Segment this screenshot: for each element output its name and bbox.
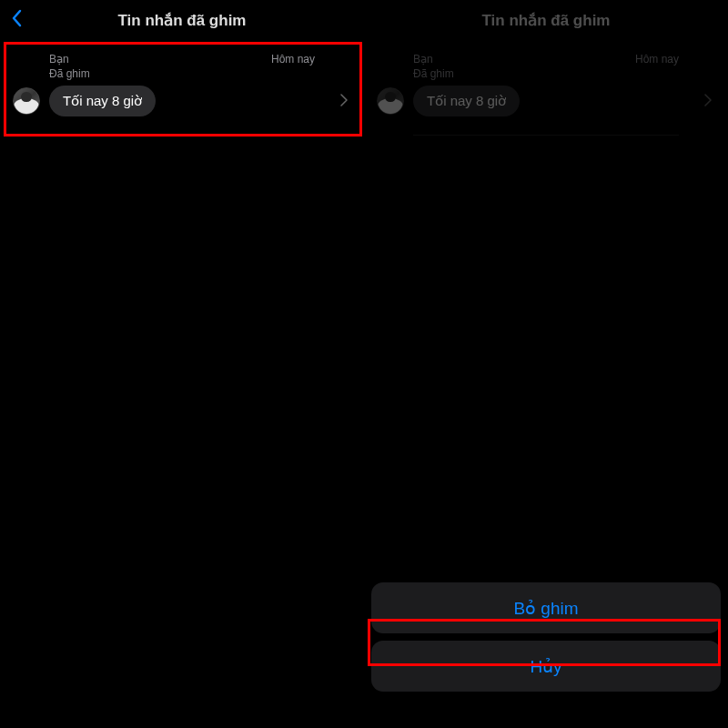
header: Tin nhắn đã ghim (0, 0, 364, 40)
pinned-message-content: Bạn Hôm nay Đã ghim Tối nay 8 giờ (364, 40, 728, 136)
message-bubble: Tối nay 8 giờ (413, 86, 520, 116)
sender-label: Bạn (49, 53, 69, 66)
page-title: Tin nhắn đã ghim (375, 11, 717, 30)
meta-row: Bạn Hôm nay (377, 53, 715, 67)
action-sheet: Bỏ ghim Hủy (371, 582, 721, 721)
header: Tin nhắn đã ghim (364, 0, 728, 40)
back-button[interactable] (11, 7, 22, 33)
chevron-left-icon (11, 9, 22, 27)
message-bubble: Tối nay 8 giờ (49, 86, 156, 116)
sender-label: Bạn (413, 53, 433, 66)
chevron-right-icon (340, 92, 351, 111)
pinned-message-row[interactable]: Tối nay 8 giờ (13, 86, 351, 116)
unpin-button[interactable]: Bỏ ghim (371, 582, 721, 633)
cancel-button[interactable]: Hủy (371, 641, 721, 692)
pinned-status-label: Đã ghim (377, 67, 715, 86)
divider (49, 135, 315, 136)
avatar (13, 87, 40, 115)
meta-row: Bạn Hôm nay (13, 53, 351, 67)
timestamp-label: Hôm nay (271, 53, 315, 66)
timestamp-label: Hôm nay (635, 53, 679, 66)
avatar (377, 87, 404, 115)
pinned-status-label: Đã ghim (13, 67, 351, 86)
chevron-right-icon (704, 92, 715, 111)
page-title: Tin nhắn đã ghim (11, 11, 353, 30)
pinned-message-content: Bạn Hôm nay Đã ghim Tối nay 8 giờ (0, 40, 364, 136)
divider (413, 135, 679, 136)
pinned-message-row[interactable]: Tối nay 8 giờ (377, 86, 715, 116)
